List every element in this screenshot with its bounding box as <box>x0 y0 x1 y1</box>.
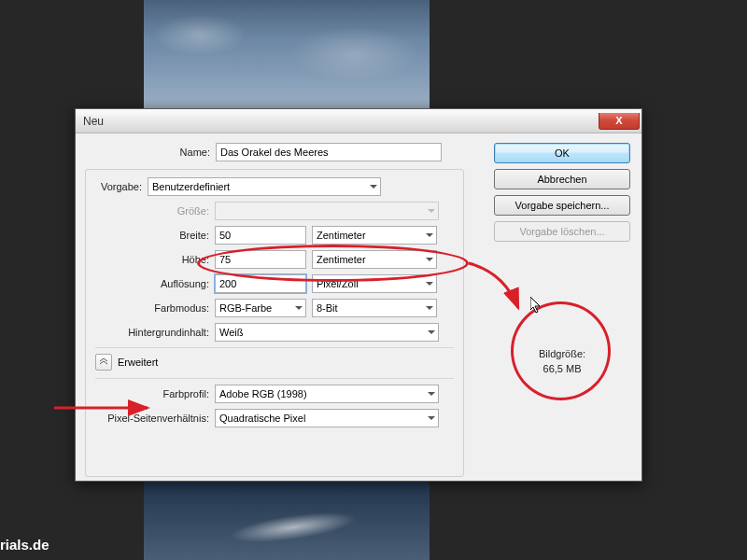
colormode-value: RGB-Farbe <box>219 302 272 314</box>
par-value: Quadratische Pixel <box>219 413 305 424</box>
name-input[interactable] <box>216 143 442 161</box>
preset-label: Vorgabe: <box>86 181 148 192</box>
colorprofile-label: Farbprofil: <box>86 388 215 399</box>
size-select <box>215 202 439 220</box>
titlebar[interactable]: Neu X <box>76 109 641 133</box>
advanced-label: Erweitert <box>118 357 158 368</box>
colorprofile-value: Adobe RGB (1998) <box>219 388 307 399</box>
chevron-down-icon <box>291 300 305 316</box>
bitdepth-select[interactable]: 8-Bit <box>312 299 437 317</box>
width-unit-value: Zentimeter <box>317 230 366 241</box>
image-size-value: 66,5 MB <box>494 363 630 374</box>
image-size-label: Bildgröße: <box>494 348 630 359</box>
dialog-title: Neu <box>83 115 104 128</box>
preset-value: Benutzerdefiniert <box>152 181 230 192</box>
dialog-button-column: OK Abbrechen Vorgabe speichern... Vorgab… <box>494 143 630 242</box>
delete-preset-button: Vorgabe löschen... <box>494 221 630 242</box>
chevron-down-icon <box>422 300 436 316</box>
ok-button[interactable]: OK <box>494 143 630 163</box>
advanced-expander[interactable]: Erweitert <box>95 354 463 371</box>
height-input[interactable] <box>215 250 306 269</box>
width-label: Breite: <box>86 230 215 241</box>
width-input[interactable] <box>215 226 306 245</box>
chevron-down-icon <box>424 324 438 341</box>
preset-group: Vorgabe: Benutzerdefiniert Größe: Breite… <box>85 169 464 477</box>
resolution-unit-value: Pixel/Zoll <box>317 278 359 289</box>
resolution-unit-select[interactable]: Pixel/Zoll <box>312 274 437 293</box>
cancel-button[interactable]: Abbrechen <box>494 169 630 189</box>
par-label: Pixel-Seitenverhältnis: <box>86 413 215 424</box>
new-document-dialog: Neu X Name: Vorgabe: Benutzerdefiniert G… <box>75 108 642 482</box>
save-preset-button[interactable]: Vorgabe speichern... <box>494 195 630 216</box>
height-unit-select[interactable]: Zentimeter <box>312 250 437 269</box>
preset-select[interactable]: Benutzerdefiniert <box>148 177 381 196</box>
colormode-select[interactable]: RGB-Farbe <box>215 299 306 317</box>
size-label: Größe: <box>86 205 215 217</box>
colorprofile-select[interactable]: Adobe RGB (1998) <box>215 385 439 403</box>
close-icon: X <box>615 115 622 126</box>
par-select[interactable]: Quadratische Pixel <box>215 409 439 427</box>
watermark-text: rials.de <box>0 537 49 553</box>
close-button[interactable]: X <box>599 113 640 130</box>
colormode-label: Farbmodus: <box>86 302 215 314</box>
name-label: Name: <box>87 147 216 158</box>
chevron-down-icon <box>422 251 436 268</box>
bgcontent-label: Hintergrundinhalt: <box>86 327 215 338</box>
height-unit-value: Zentimeter <box>317 254 366 265</box>
chevron-down-icon <box>422 275 436 292</box>
resolution-input[interactable] <box>215 274 306 293</box>
resolution-label: Auflösung: <box>86 278 215 289</box>
bgcontent-value: Weiß <box>219 327 243 338</box>
chevron-down-icon <box>424 203 438 219</box>
divider <box>95 347 454 348</box>
height-label: Höhe: <box>86 254 215 265</box>
image-size-info: Bildgröße: 66,5 MB <box>494 348 630 378</box>
divider <box>95 378 454 379</box>
chevron-down-icon <box>424 410 438 427</box>
chevron-up-icon[interactable] <box>95 354 112 371</box>
chevron-down-icon <box>424 385 438 402</box>
mouse-cursor-icon <box>530 297 543 315</box>
chevron-down-icon <box>422 227 436 244</box>
bgcontent-select[interactable]: Weiß <box>215 323 439 342</box>
chevron-down-icon <box>366 178 380 195</box>
width-unit-select[interactable]: Zentimeter <box>312 226 437 245</box>
bitdepth-value: 8-Bit <box>317 302 338 314</box>
